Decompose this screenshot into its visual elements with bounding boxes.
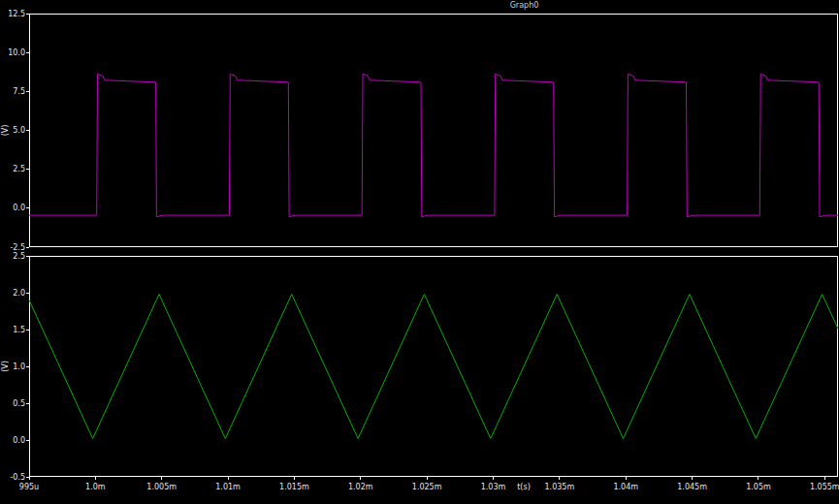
x-tick-label: 1.005m <box>146 483 177 491</box>
y-tick-label: 12.5 <box>8 10 25 18</box>
y-tick-label: 0.0 <box>13 204 25 212</box>
pane-frame <box>30 15 838 247</box>
trace-square_wave <box>29 74 838 216</box>
x-tick-label: 1.015m <box>279 483 309 491</box>
y-tick-label: 2.0 <box>13 289 25 298</box>
x-axis-label: t(s) <box>517 483 531 491</box>
y-axis-label: (V) <box>1 361 10 372</box>
x-tick-label: 1.03m <box>481 483 506 491</box>
pane-frame <box>30 257 838 477</box>
x-tick-label: 1.05m <box>746 483 771 491</box>
plot-area[interactable]: 12.510.07.55.02.50.0-2.5(V)2.52.01.51.00… <box>0 0 839 504</box>
x-tick-label: 1.035m <box>545 483 575 491</box>
trace-triangle_wave <box>29 295 838 439</box>
x-tick-label: 1.02m <box>348 483 373 491</box>
y-tick-label: 2.5 <box>13 252 25 261</box>
x-tick-label: 1.0m <box>85 483 106 491</box>
y-tick-label: 5.0 <box>13 126 25 135</box>
y-tick-label: 0.5 <box>13 399 25 408</box>
x-tick-label: 1.025m <box>412 483 442 491</box>
x-tick-label: 1.01m <box>215 483 241 491</box>
graph-window: Graph0 12.510.07.55.02.50.0-2.5(V)2.52.0… <box>0 0 839 504</box>
x-tick-label: 995u <box>19 483 39 491</box>
x-tick-label: 1.055m <box>810 483 839 491</box>
y-tick-label: 10.0 <box>8 48 25 57</box>
y-tick-label: 2.5 <box>13 165 25 173</box>
y-tick-label: 0.0 <box>13 436 25 445</box>
y-tick-label: 1.5 <box>13 326 25 334</box>
x-tick-label: 1.04m <box>613 483 638 491</box>
y-tick-label: 7.5 <box>13 87 25 96</box>
y-tick-label: -2.5 <box>10 243 25 252</box>
x-tick-label: 1.045m <box>677 483 707 491</box>
y-tick-label: 1.0 <box>13 362 25 371</box>
y-tick-label: -0.5 <box>10 473 25 482</box>
y-axis-label: (V) <box>1 125 10 137</box>
